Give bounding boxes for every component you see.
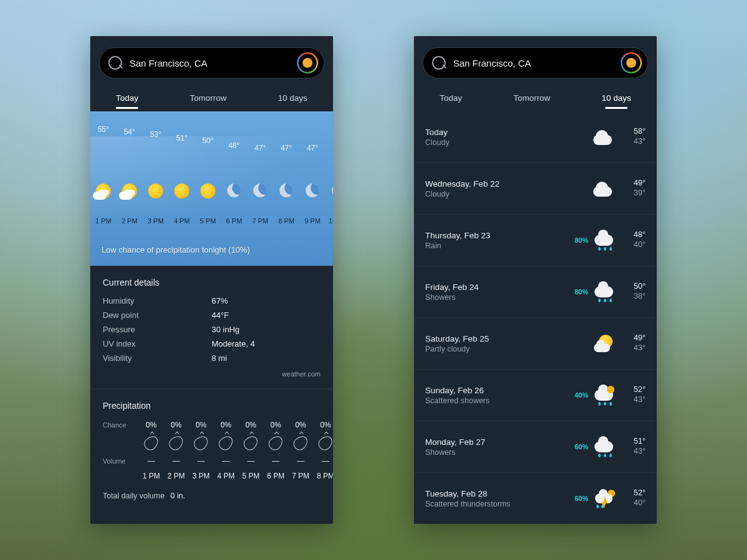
- partly-sunny-icon: [96, 184, 111, 198]
- precip-probability: 60%: [562, 443, 588, 450]
- phone-today: San Francisco, CA Today Tomorrow 10 days…: [90, 36, 333, 524]
- precip-chance-label: Chance: [103, 421, 139, 429]
- precip-chance-value: 0%: [263, 421, 288, 429]
- ten-day-list[interactable]: TodayCloudy58°43°Wednesday, Feb 22Cloudy…: [414, 111, 657, 524]
- raindrop-icon: [313, 436, 333, 450]
- precip-chance-value: 0%: [139, 421, 164, 429]
- sun-icon: [200, 184, 215, 198]
- day-forecast-row[interactable]: TodayCloudy58°43°: [414, 111, 657, 163]
- raindrop-icon: [263, 436, 288, 450]
- precip-hour-label: 5 PM: [238, 472, 263, 480]
- precip-probability: 60%: [562, 495, 588, 502]
- hourly-time-label: 10 PM: [326, 217, 333, 225]
- moon-icon: [253, 184, 267, 197]
- raindrop-icon: [164, 436, 189, 450]
- tab-10days[interactable]: 10 days: [598, 88, 634, 111]
- forecast-tabs: Today Tomorrow 10 days: [414, 85, 657, 111]
- day-condition: Partly cloudy: [425, 345, 558, 353]
- day-weather-icon: [592, 130, 616, 144]
- hourly-forecast-panel[interactable]: 55°1 PM54°2 PM53°3 PM51°4 PM50°5 PM48°6 …: [90, 111, 333, 266]
- total-volume-value: 0 in.: [171, 492, 186, 500]
- account-avatar[interactable]: [620, 52, 642, 74]
- hourly-column[interactable]: 54°2 PM: [116, 111, 143, 266]
- raindrop-icon: [139, 436, 164, 450]
- precip-chance-value: 0%: [189, 421, 214, 429]
- visibility-value: 8 mi: [212, 353, 321, 363]
- hourly-temp: 51°: [169, 134, 195, 142]
- search-bar[interactable]: San Francisco, CA: [99, 47, 324, 78]
- precipitation-section: Precipitation Chance0%0%0%0%0%0%0%0%Volu…: [90, 389, 333, 514]
- account-avatar[interactable]: [296, 52, 319, 74]
- precip-volume-value: —: [189, 457, 214, 465]
- precip-grid: Chance0%0%0%0%0%0%0%0%Volume————————1 PM…: [103, 421, 321, 480]
- day-forecast-row[interactable]: Friday, Feb 24Showers80%50°38°: [414, 266, 657, 318]
- rain-icon: [594, 390, 613, 401]
- cloud-icon: [593, 182, 614, 195]
- attribution-link[interactable]: weather.com: [103, 370, 321, 378]
- tab-tomorrow[interactable]: Tomorrow: [186, 88, 230, 111]
- day-title: Tuesday, Feb 28: [425, 489, 558, 498]
- partly-sunny-icon: [122, 184, 137, 198]
- moon-icon: [332, 184, 333, 197]
- day-condition: Showers: [425, 448, 558, 457]
- uvindex-label: UV index: [103, 339, 212, 348]
- day-condition: Scattered showers: [425, 396, 558, 405]
- tab-today[interactable]: Today: [436, 88, 466, 111]
- search-location: San Francisco, CA: [129, 58, 289, 68]
- day-title: Sunday, Feb 26: [425, 386, 558, 395]
- hourly-column[interactable]: 48°6 PM: [221, 111, 247, 266]
- hourly-column[interactable]: 50°5 PM: [195, 111, 221, 266]
- hourly-column[interactable]: 53°3 PM: [143, 111, 169, 266]
- hourly-time-label: 3 PM: [143, 217, 169, 225]
- precip-volume-value: —: [313, 457, 333, 465]
- precip-probability: 80%: [562, 288, 588, 296]
- precipitation-heading: Precipitation: [103, 401, 321, 411]
- precip-volume-value: —: [139, 457, 164, 465]
- hourly-temp: 53°: [143, 130, 169, 139]
- day-condition: Cloudy: [425, 190, 558, 198]
- day-forecast-row[interactable]: Saturday, Feb 25Partly cloudy49°43°: [414, 318, 657, 370]
- rain-icon: [594, 235, 613, 246]
- day-forecast-row[interactable]: Thursday, Feb 23Rain80%48°40°: [414, 215, 657, 266]
- hourly-column[interactable]: 47°9 PM: [299, 111, 326, 266]
- hourly-column[interactable]: 51°4 PM: [169, 111, 195, 266]
- raindrop-icon: [288, 436, 313, 450]
- hourly-column[interactable]: 47°8 PM: [273, 111, 299, 266]
- hourly-temp: 47°: [299, 144, 326, 152]
- uvindex-value: Moderate, 4: [212, 339, 321, 348]
- total-volume-label: Total daily volume: [103, 492, 164, 500]
- hourly-column[interactable]: 46°10 PM: [326, 111, 333, 266]
- high-temp: 51°: [619, 437, 646, 447]
- tab-10days[interactable]: 10 days: [274, 88, 311, 111]
- raindrop-icon: [214, 436, 238, 450]
- phone-10day: San Francisco, CA Today Tomorrow 10 days…: [414, 36, 657, 524]
- day-weather-icon: [592, 286, 616, 297]
- moon-icon: [227, 184, 241, 197]
- tab-tomorrow[interactable]: Tomorrow: [510, 88, 554, 111]
- hourly-time-label: 7 PM: [247, 217, 273, 225]
- day-forecast-row[interactable]: Sunday, Feb 26Scattered showers40%52°43°: [414, 370, 657, 421]
- precip-chance-value: 0%: [288, 421, 313, 429]
- search-bar[interactable]: San Francisco, CA: [423, 47, 648, 78]
- low-temp: 38°: [619, 292, 646, 302]
- day-forecast-row[interactable]: Monday, Feb 27Showers60%51°43°: [414, 421, 657, 473]
- low-temp: 43°: [619, 395, 646, 405]
- current-details-section: Current details Humidity 67% Dew point 4…: [90, 266, 333, 389]
- moon-icon: [306, 184, 319, 197]
- day-weather-icon: [592, 441, 616, 452]
- day-title: Thursday, Feb 23: [425, 231, 558, 240]
- hourly-column[interactable]: 47°7 PM: [247, 111, 273, 266]
- search-location: San Francisco, CA: [453, 58, 613, 68]
- thunderstorm-icon: [595, 493, 613, 503]
- high-temp: 52°: [619, 488, 646, 498]
- hourly-temp: 46°: [326, 145, 333, 154]
- precip-hour-label: 3 PM: [189, 472, 214, 480]
- dewpoint-value: 44°F: [212, 310, 321, 320]
- precip-headline: Low chance of precipitation tonight (10%…: [101, 245, 322, 254]
- low-temp: 43°: [619, 343, 646, 353]
- hourly-column[interactable]: 55°1 PM: [90, 111, 116, 266]
- tab-today[interactable]: Today: [112, 88, 142, 111]
- day-forecast-row[interactable]: Wednesday, Feb 22Cloudy49°39°: [414, 163, 657, 215]
- forecast-tabs: Today Tomorrow 10 days: [90, 85, 333, 111]
- day-forecast-row[interactable]: Tuesday, Feb 28Scattered thunderstorms60…: [414, 473, 657, 524]
